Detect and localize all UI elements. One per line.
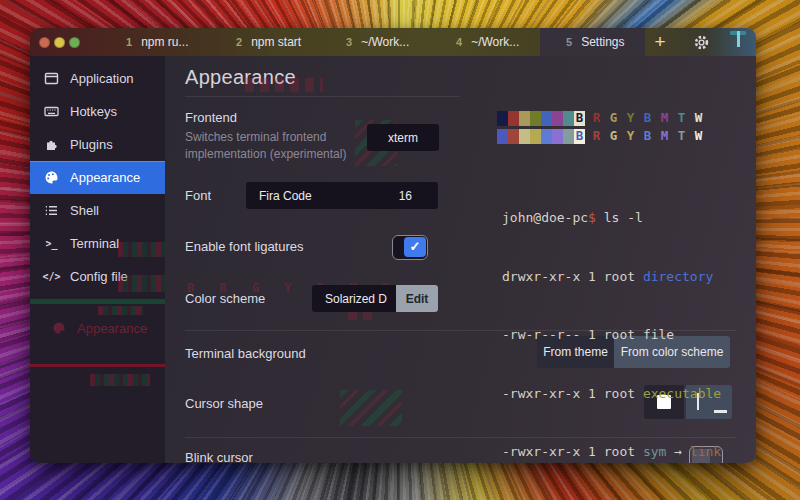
swatch [508, 129, 519, 144]
terminal-line: drwxr-xr-x 1 root directory [502, 267, 721, 287]
terminal-line: -rw-r--r-- 1 root file [502, 325, 721, 345]
terminal-prompt-icon: >_ [44, 236, 59, 251]
sidebar-item-label: Hotkeys [70, 104, 117, 119]
tab-2[interactable]: 2 npm start [210, 28, 320, 56]
glitch-ghost-appearance: Appearance [30, 314, 165, 342]
frontend-select[interactable]: xterm [367, 124, 439, 151]
terminal-preview: john@doe-pc$ ls -l drwxr-xr-x 1 root dir… [502, 169, 721, 463]
swatch [497, 129, 508, 144]
sidebar-item-shell[interactable]: Shell [30, 194, 165, 227]
close-button[interactable] [39, 37, 50, 48]
appearance-settings-panel: Appearance B R G Y B M T Frontend Switch… [165, 56, 756, 463]
swatch [519, 129, 530, 144]
glitch-artifact [30, 364, 165, 367]
tab-3[interactable]: 3 ~/Work... [320, 28, 430, 56]
sidebar-item-label: Application [70, 71, 134, 86]
ligatures-checkbox[interactable]: ✓ [392, 235, 428, 260]
font-label: Font [185, 188, 211, 203]
tab-bar: 1 npm ru... 2 npm start 3 ~/Work... 4 ~/… [30, 28, 756, 56]
frontend-description: Switches terminal frontend implementatio… [185, 129, 365, 163]
tab-number: 3 [346, 36, 352, 48]
swatch [497, 111, 508, 126]
tab-5-settings[interactable]: 5 Settings [540, 28, 645, 56]
edit-color-scheme-button[interactable]: Edit [396, 285, 438, 312]
font-size-value: 16 [399, 189, 412, 203]
sidebar-item-label: Config file [70, 269, 128, 284]
settings-sidebar: Application Hotkeys Plugins Appearance [30, 56, 165, 463]
swatch [530, 129, 541, 144]
blink-cursor-label: Blink cursor [185, 450, 253, 463]
palette-letters-normal: B R G Y B M T W [571, 110, 707, 125]
puzzle-icon [44, 137, 59, 152]
ligatures-label: Enable font ligatures [185, 239, 304, 254]
swatch [552, 129, 563, 144]
tab-title: ~/Work... [361, 35, 409, 49]
tab-number: 2 [236, 36, 242, 48]
sidebar-item-hotkeys[interactable]: Hotkeys [30, 95, 165, 128]
sidebar-item-application[interactable]: Application [30, 62, 165, 95]
swatch [552, 111, 563, 126]
font-family-value: Fira Code [259, 189, 312, 203]
terminal-line: -rwxr-xr-x 1 root executable [502, 384, 721, 404]
swatch [530, 111, 541, 126]
swatch [541, 111, 552, 126]
color-scheme-label: Color scheme [185, 291, 265, 306]
tab-1[interactable]: 1 npm ru... [100, 28, 210, 56]
palette-icon-ghost [52, 321, 66, 335]
window-body: Application Hotkeys Plugins Appearance [30, 56, 756, 463]
swatch [508, 111, 519, 126]
tab-title: npm start [251, 35, 301, 49]
terminal-line: john@doe-pc$ ls -l [502, 208, 721, 228]
sidebar-item-label: Terminal [70, 236, 119, 251]
glitch-artifact [30, 299, 165, 304]
page-title: Appearance [185, 66, 296, 89]
new-tab-button[interactable]: + [645, 28, 675, 56]
terminal-line: -rwxr-xr-x 1 root sym → link [502, 442, 721, 462]
divider [185, 96, 460, 97]
checkmark-icon: ✓ [404, 237, 426, 257]
color-scheme-select[interactable]: Solarized D [312, 285, 396, 312]
palette-letters-bright: B R G Y B M T W [571, 128, 707, 143]
tab-title: Settings [581, 35, 624, 49]
sidebar-item-label: Shell [70, 203, 99, 218]
window-controls [39, 37, 80, 48]
terminal-settings-window: 1 npm ru... 2 npm start 3 ~/Work... 4 ~/… [30, 28, 756, 463]
glitch-artifact [90, 374, 150, 386]
tab-number: 4 [456, 36, 462, 48]
sidebar-item-terminal[interactable]: >_ Terminal [30, 227, 165, 260]
glitch-artifact [340, 390, 402, 426]
gift-icon[interactable] [730, 34, 747, 51]
frontend-label: Frontend [185, 110, 237, 125]
keyboard-icon [44, 104, 59, 119]
tab-title: ~/Work... [471, 35, 519, 49]
swatch [519, 111, 530, 126]
palette-icon [44, 170, 59, 185]
tab-4[interactable]: 4 ~/Work... [430, 28, 540, 56]
tab-number: 5 [566, 36, 572, 48]
zoom-button[interactable] [69, 37, 80, 48]
settings-gear-icon[interactable] [693, 34, 710, 51]
tab-title: npm ru... [141, 35, 188, 49]
sidebar-item-label: Appearance [70, 170, 140, 185]
font-input[interactable]: Fira Code 16 [246, 182, 438, 209]
swatch [541, 129, 552, 144]
tab-number: 1 [126, 36, 132, 48]
sidebar-item-appearance[interactable]: Appearance [30, 161, 165, 194]
cursor-shape-label: Cursor shape [185, 396, 263, 411]
terminal-background-label: Terminal background [185, 346, 306, 361]
code-icon: </> [44, 269, 59, 284]
list-icon [44, 203, 59, 218]
sidebar-item-config-file[interactable]: </> Config file [30, 260, 165, 293]
app-window-icon [44, 71, 59, 86]
minimize-button[interactable] [54, 37, 65, 48]
sidebar-item-plugins[interactable]: Plugins [30, 128, 165, 161]
sidebar-item-label: Plugins [70, 137, 113, 152]
